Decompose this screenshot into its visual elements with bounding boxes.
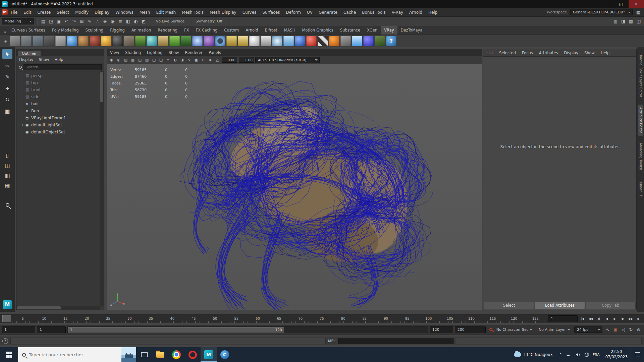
- cached-playback-icon[interactable]: ▣: [612, 326, 619, 334]
- shelf-tab[interactable]: Rigging: [107, 26, 128, 35]
- swirl-icon[interactable]: [204, 36, 214, 46]
- outliner-horizontal-scrollbar[interactable]: [16, 306, 100, 310]
- outliner-search-input[interactable]: [23, 64, 102, 70]
- xgen-icon[interactable]: [375, 36, 385, 46]
- maya-taskbar-button[interactable]: M: [201, 347, 217, 362]
- notes-icon[interactable]: [55, 36, 66, 46]
- command-feedback-field[interactable]: [10, 338, 326, 344]
- keyboard-language[interactable]: FRA: [593, 353, 600, 357]
- step-back-frame-button[interactable]: ◀◀: [587, 315, 594, 322]
- menu-item[interactable]: Modify: [72, 8, 92, 17]
- outliner-tab[interactable]: Outliner: [18, 51, 41, 56]
- dome-light-icon[interactable]: [226, 36, 237, 46]
- step-forward-key-button[interactable]: |▶: [619, 315, 627, 322]
- sidebar-toggle-icon[interactable]: ▥: [612, 18, 619, 25]
- snap-to-curve-icon[interactable]: ∿: [86, 18, 93, 25]
- command-input[interactable]: [338, 338, 453, 344]
- camera-icon[interactable]: ◉: [108, 57, 115, 63]
- open-scene-icon[interactable]: ◳: [47, 18, 55, 25]
- shadows-icon[interactable]: ◐: [172, 57, 178, 63]
- viewport-canvas[interactable]: Verts: 59185 0 0 Edges: 87460 0 0 Faces:…: [107, 64, 482, 310]
- resolution-gate-icon[interactable]: ▦: [129, 57, 136, 63]
- attribute-editor-menu-item[interactable]: Display: [561, 49, 581, 57]
- shelf-gear-icon[interactable]: ◈: [3, 39, 9, 43]
- divider[interactable]: [189, 18, 191, 25]
- gate-mask-icon[interactable]: ◫: [137, 57, 143, 63]
- shelf-tab[interactable]: Poly Modeling: [49, 26, 82, 35]
- start-button[interactable]: [0, 347, 18, 362]
- attribute-editor-menu-item[interactable]: Selected: [496, 49, 519, 57]
- fps-select[interactable]: 24 fps: [574, 326, 602, 333]
- character-set-select[interactable]: No Character Set: [494, 327, 535, 332]
- orange-ball-icon[interactable]: [329, 36, 339, 46]
- exposure-field[interactable]: 0.00: [222, 57, 237, 63]
- channel-box-toggle-icon[interactable]: ◨: [620, 18, 627, 25]
- animation-settings-icon[interactable]: ⊛: [635, 326, 642, 334]
- outliner-menu-item[interactable]: Help: [52, 56, 66, 63]
- shelf-tab[interactable]: Sculpting: [82, 26, 107, 35]
- shelf-tab[interactable]: Substance: [337, 26, 364, 35]
- minimize-button[interactable]: –: [598, 0, 613, 8]
- attribute-editor-button[interactable]: Load Attributes: [535, 302, 585, 309]
- menu-item[interactable]: Select: [54, 8, 72, 17]
- divider[interactable]: [227, 18, 229, 25]
- cone-icon[interactable]: [261, 36, 271, 46]
- sidebar-tab[interactable]: Modeling Toolkit: [638, 140, 643, 173]
- safe-title-icon[interactable]: ◱: [158, 57, 164, 63]
- undo-icon[interactable]: ↶: [63, 18, 70, 25]
- playback-end-field[interactable]: 120: [430, 326, 453, 333]
- playback-loop-icon[interactable]: ↻: [627, 326, 635, 334]
- shelf-tab[interactable]: MASH: [281, 26, 299, 35]
- viewport-menu-item[interactable]: View: [107, 49, 122, 56]
- menu-item[interactable]: Generate: [316, 8, 340, 17]
- close-button[interactable]: ×: [629, 0, 644, 8]
- notification-center-button[interactable]: [631, 347, 644, 362]
- anim-preferences-icon[interactable]: ∿: [604, 326, 611, 334]
- outliner-menu-item[interactable]: Show: [36, 56, 52, 63]
- help-icon[interactable]: ?: [2, 338, 8, 344]
- step-back-key-button[interactable]: ◀|: [595, 315, 602, 322]
- task-view-button[interactable]: [136, 347, 152, 362]
- sidebar-tab[interactable]: Human IK: [638, 178, 643, 199]
- menu-item[interactable]: UV: [304, 8, 316, 17]
- paint-select-tool[interactable]: ✎: [2, 72, 12, 82]
- divider[interactable]: [36, 18, 38, 25]
- c-app-button[interactable]: C: [217, 347, 233, 362]
- opera-button[interactable]: [184, 347, 201, 362]
- divider[interactable]: [149, 18, 151, 25]
- outliner-menu-item[interactable]: Display: [16, 56, 36, 63]
- shelf-tab[interactable]: Rendering: [154, 26, 181, 35]
- outliner-item[interactable]: ▥ side: [16, 93, 104, 100]
- sidebar-tab[interactable]: Attribute Editor: [638, 105, 643, 136]
- maximize-button[interactable]: ◱: [613, 0, 629, 8]
- maroon-sphere-icon[interactable]: [90, 36, 100, 46]
- viewport-menu-item[interactable]: Shading: [122, 49, 144, 56]
- menu-item[interactable]: Edit: [20, 8, 34, 17]
- menu-item[interactable]: Mesh Tools: [179, 8, 207, 17]
- attribute-editor-button[interactable]: Select: [484, 302, 534, 309]
- attribute-editor-button[interactable]: Copy Tab: [586, 302, 636, 309]
- uv-grid-icon[interactable]: [21, 36, 32, 46]
- symmetry-label[interactable]: Symmetry: Off: [193, 19, 225, 23]
- shelf-tab[interactable]: Bifrost: [262, 26, 281, 35]
- menu-item[interactable]: Display: [92, 8, 112, 17]
- help-shelf-icon[interactable]: ?: [386, 36, 396, 46]
- mute-icon[interactable]: ◁: [620, 326, 627, 334]
- chrome-button[interactable]: [168, 347, 184, 362]
- xray-icon[interactable]: △: [214, 57, 221, 63]
- safe-action-icon[interactable]: ◰: [151, 57, 157, 63]
- viewport-menu-item[interactable]: Panels: [206, 49, 224, 56]
- isolate-select-icon[interactable]: ◈: [207, 57, 214, 63]
- outliner-item[interactable]: ◉ defaultObjectSet: [16, 128, 104, 135]
- lasso-tool[interactable]: ∾: [2, 60, 12, 70]
- rotate-tool[interactable]: ↻: [2, 95, 12, 105]
- step-forward-frame-button[interactable]: ▶▶: [627, 315, 635, 322]
- viewport-menu-item[interactable]: Renderer: [182, 49, 206, 56]
- outliner-item[interactable]: ▥ front: [16, 86, 104, 93]
- attribute-editor-toggle-icon[interactable]: ◫: [635, 18, 642, 25]
- taskbar-search[interactable]: [18, 347, 136, 362]
- sky-icon[interactable]: [283, 36, 294, 46]
- zoom-tool[interactable]: [2, 200, 12, 210]
- eclipse-sphere-icon[interactable]: [112, 36, 123, 46]
- anim-layer-select[interactable]: No Anim Layer: [536, 327, 573, 332]
